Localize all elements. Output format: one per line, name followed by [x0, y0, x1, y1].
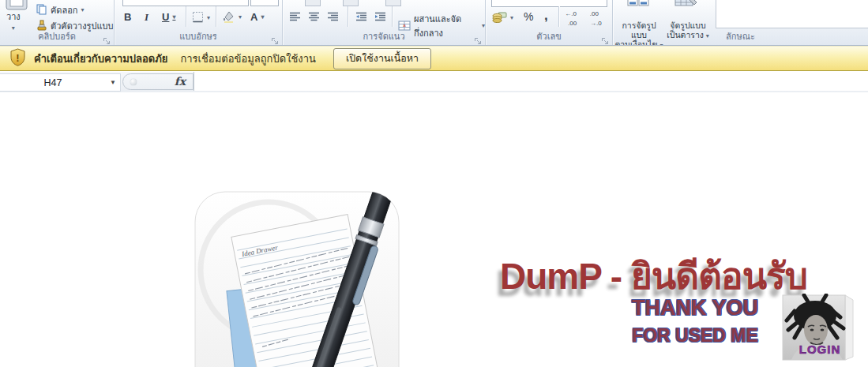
- excel-window: วาง ▾ คัดลอก ▾: [0, 0, 868, 367]
- fill-color-button[interactable]: ▾: [222, 10, 242, 24]
- format-painter-icon: [36, 20, 47, 32]
- name-box-dropdown-icon[interactable]: ▼: [106, 79, 120, 86]
- cell-styles-gallery[interactable]: [716, 0, 868, 28]
- decrease-decimal-top: .00: [590, 11, 599, 17]
- formula-input[interactable]: [194, 72, 868, 91]
- wrap-text-icon[interactable]: [385, 0, 401, 6]
- notepad-image: Idea Drawer: [193, 191, 403, 367]
- merge-center-label: ผสานและจัดกึ่งกลาง: [414, 12, 479, 40]
- align-left-button[interactable]: [289, 12, 301, 21]
- ribbon-group-alignment: a ผสานและจัดกึ่งกลาง ▾ การจัดแนว: [283, 0, 486, 45]
- dropdown-arrow-icon: ▾: [239, 14, 242, 21]
- exclaim-glyph: !: [16, 52, 19, 64]
- accounting-format-button[interactable]: ▾: [492, 11, 513, 24]
- login-label: LOGIN: [799, 343, 841, 356]
- dropdown-arrow-icon: ▾: [81, 7, 85, 13]
- dropdown-arrow-icon: ▾: [706, 32, 709, 39]
- orientation-icon[interactable]: [343, 0, 359, 6]
- dropdown-arrow-icon: ▾: [510, 15, 513, 21]
- decrease-decimal-bottom: →.0: [587, 21, 602, 27]
- dropdown-arrow-icon: ▾: [261, 14, 264, 21]
- ribbon-group-clipboard: วาง ▾ คัดลอก ▾: [0, 0, 115, 45]
- increase-decimal-bottom: .00: [565, 21, 577, 27]
- ribbon-group-font: B I U▾ ▾ ▾: [115, 0, 283, 45]
- copy-label: คัดลอก: [51, 3, 78, 17]
- format-as-table-line1: จัดรูปแบบ: [663, 21, 712, 30]
- font-group-label: แบบอักษร: [115, 29, 282, 43]
- percent-label: %: [524, 10, 533, 23]
- alignment-dialog-launcher-icon[interactable]: [474, 34, 482, 42]
- vertical-align-icon[interactable]: [305, 0, 321, 6]
- decrease-decimal-button[interactable]: .00 →.0: [587, 11, 602, 27]
- font-color-button[interactable]: A ▾: [250, 11, 264, 23]
- copy-button[interactable]: คัดลอก ▾: [36, 3, 85, 17]
- number-dialog-launcher-icon[interactable]: [601, 34, 609, 42]
- italic-label: I: [145, 11, 148, 24]
- conditional-formatting-line2: ตามเงื่อนไข: [614, 39, 657, 46]
- percent-style-button[interactable]: %: [524, 10, 533, 23]
- conditional-formatting-icon: [627, 0, 649, 6]
- fill-color-icon: [222, 10, 235, 24]
- security-warning-title: คำเตือนเกี่ยวกับความปลอดภัย: [34, 51, 167, 67]
- decrease-indent-button[interactable]: [355, 12, 367, 21]
- conditional-formatting-button[interactable]: การจัดรูปแบบ ตามเงื่อนไข ▾: [614, 21, 663, 46]
- increase-decimal-top: ←.0: [565, 11, 577, 17]
- security-shield-icon: !: [9, 48, 26, 69]
- clipboard-dialog-launcher-icon[interactable]: [103, 34, 111, 42]
- italic-button[interactable]: I: [145, 11, 148, 24]
- number-group-label: ตัวเลข: [486, 29, 612, 43]
- font-size-combobox[interactable]: [250, 0, 279, 6]
- dropdown-arrow-icon: ▾: [172, 14, 175, 21]
- ribbon-group-styles: การจัดรูปแบบ ตามเงื่อนไข ▾ จัดรูปแบบ เป็…: [613, 0, 868, 45]
- borders-icon: [192, 11, 204, 24]
- align-right-button[interactable]: [327, 12, 339, 21]
- font-name-combobox[interactable]: [122, 0, 249, 6]
- font-color-label: A: [250, 11, 257, 23]
- ribbon-group-number: ▾ % , ←.0 .00 .00 →.0 ตัวเลข: [486, 0, 613, 45]
- cell-reference: H47: [0, 77, 106, 88]
- enable-content-button[interactable]: เปิดใช้งานเนื้อหา: [333, 48, 431, 69]
- ribbon: วาง ▾ คัดลอก ▾: [0, 0, 868, 46]
- comma-style-button[interactable]: ,: [544, 8, 548, 24]
- underline-label: U: [162, 11, 169, 23]
- merge-center-icon: a: [398, 21, 411, 32]
- format-as-table-line2: เป็นตาราง: [667, 30, 704, 39]
- security-warning-message: การเชื่อมต่อข้อมูลถูกปิดใช้งาน: [180, 51, 315, 67]
- paste-button[interactable]: วาง ▾: [6, 9, 21, 32]
- number-format-combobox[interactable]: [491, 0, 607, 7]
- increase-indent-button[interactable]: [374, 12, 386, 21]
- format-as-table-button[interactable]: จัดรูปแบบ เป็นตาราง ▾: [663, 21, 712, 39]
- security-warning-bar: ! คำเตือนเกี่ยวกับความปลอดภัย การเชื่อมต…: [0, 46, 868, 71]
- format-painter-label: ตัวคัดวางรูปแบบ: [51, 19, 114, 33]
- font-dialog-launcher-icon[interactable]: [271, 34, 279, 42]
- login-button[interactable]: LOGIN: [782, 294, 855, 361]
- name-box[interactable]: H47 ▼: [0, 73, 121, 92]
- insert-function-button[interactable]: fx: [175, 75, 186, 88]
- format-as-table-icon: [674, 0, 698, 6]
- formula-bar-handle: fx: [122, 73, 194, 90]
- worksheet[interactable]: Idea Drawer: [0, 92, 868, 367]
- dropdown-arrow-icon: ▾: [12, 25, 15, 32]
- bold-button[interactable]: B: [124, 11, 131, 23]
- merge-center-button[interactable]: a ผสานและจัดกึ่งกลาง ▾: [398, 12, 485, 40]
- format-painter-button[interactable]: ตัวคัดวางรูปแบบ: [36, 19, 114, 33]
- comma-label: ,: [544, 8, 548, 24]
- canvas-edge: [845, 295, 853, 360]
- dropdown-arrow-icon: ▾: [207, 15, 210, 21]
- underline-button[interactable]: U▾: [162, 11, 175, 23]
- formula-bar: H47 ▼ fx: [0, 72, 868, 94]
- conditional-formatting-line1: การจัดรูปแบบ: [614, 21, 663, 39]
- currency-icon: [492, 11, 507, 24]
- thank-you-line2: FOR USED ME: [600, 325, 790, 346]
- align-center-button[interactable]: [308, 12, 320, 21]
- borders-button[interactable]: ▾: [192, 11, 210, 24]
- bold-label: B: [124, 11, 131, 23]
- dropdown-arrow-icon: ▾: [482, 23, 485, 29]
- formula-bar-dot-icon: [130, 79, 137, 85]
- thank-you-line1: THANK YOU: [600, 296, 790, 320]
- increase-decimal-button[interactable]: ←.0 .00: [565, 11, 577, 27]
- paste-label: วาง: [6, 9, 21, 24]
- copy-icon: [36, 4, 47, 17]
